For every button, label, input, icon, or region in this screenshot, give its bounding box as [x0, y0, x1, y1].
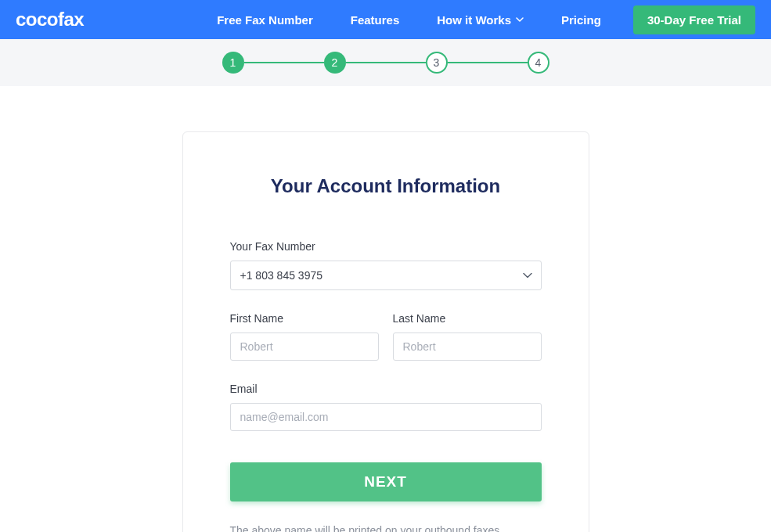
first-name-col: First Name — [230, 312, 379, 361]
last-name-col: Last Name — [393, 312, 542, 361]
form-title: Your Account Information — [230, 175, 542, 197]
nav-free-fax-label: Free Fax Number — [217, 13, 313, 27]
connector — [346, 62, 426, 63]
last-name-input[interactable] — [393, 332, 542, 361]
free-trial-button[interactable]: 30-Day Free Trial — [633, 5, 755, 34]
form-card: Your Account Information Your Fax Number… — [182, 131, 589, 532]
email-group: Email — [230, 383, 542, 431]
fax-number-select-wrapper: +1 803 845 3975 — [230, 261, 542, 290]
nav-free-fax[interactable]: Free Fax Number — [217, 13, 313, 27]
email-label: Email — [230, 383, 542, 395]
stepper-bar: 1 2 3 4 — [0, 39, 771, 86]
nav-pricing[interactable]: Pricing — [561, 13, 601, 27]
step-4: 4 — [528, 52, 549, 74]
disclaimer-line-1: The above name will be printed on your o… — [230, 522, 542, 532]
first-name-label: First Name — [230, 312, 379, 325]
step-2: 2 — [324, 52, 346, 74]
fax-number-select[interactable]: +1 803 845 3975 — [230, 261, 542, 290]
nav-features[interactable]: Features — [351, 13, 400, 27]
stepper: 1 2 3 4 — [222, 52, 549, 74]
last-name-label: Last Name — [393, 312, 542, 325]
connector — [448, 62, 528, 63]
first-name-input[interactable] — [230, 332, 379, 361]
email-input[interactable] — [230, 403, 542, 431]
next-button[interactable]: NEXT — [230, 462, 542, 501]
chevron-down-icon — [516, 17, 524, 22]
nav-pricing-label: Pricing — [561, 13, 601, 27]
nav: Free Fax Number Features How it Works Pr… — [217, 13, 601, 27]
name-row: First Name Last Name — [230, 312, 542, 361]
step-3: 3 — [426, 52, 448, 74]
step-1: 1 — [222, 52, 244, 74]
header: cocofax Free Fax Number Features How it … — [0, 0, 771, 39]
content: Your Account Information Your Fax Number… — [0, 86, 771, 532]
logo[interactable]: cocofax — [16, 9, 84, 31]
connector — [244, 62, 324, 63]
fax-number-label: Your Fax Number — [230, 240, 542, 253]
nav-features-label: Features — [351, 13, 400, 27]
nav-how-it-works[interactable]: How it Works — [437, 13, 524, 27]
nav-how-it-works-label: How it Works — [437, 13, 511, 27]
fax-number-group: Your Fax Number +1 803 845 3975 — [230, 240, 542, 290]
disclaimer: The above name will be printed on your o… — [230, 522, 542, 532]
